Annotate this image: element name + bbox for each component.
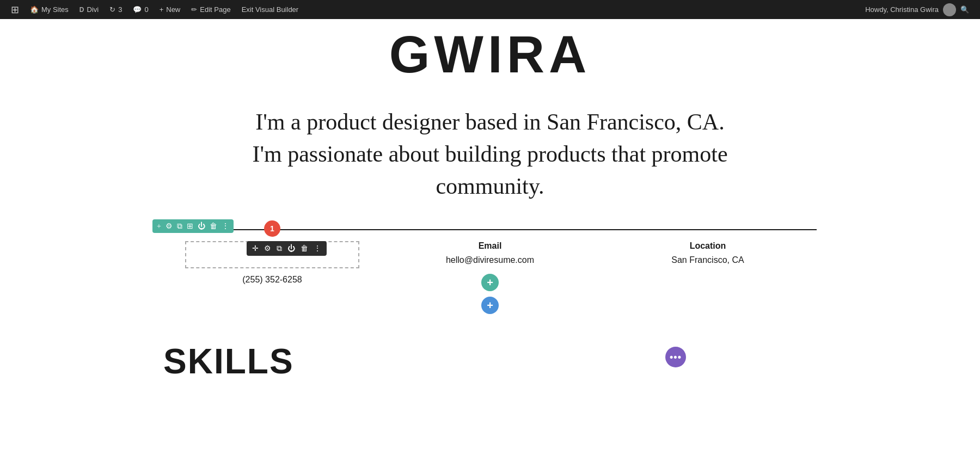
my-sites-item[interactable]: 🏠 My Sites [24,0,74,19]
section-settings-icon[interactable]: ⚙ [166,222,173,231]
site-logo: GWIRA [389,24,591,84]
admin-bar: ⊞ 🏠 My Sites D Divi ↻ 3 💬 0 + New ✏ Edit… [0,0,980,19]
add-module-teal-button[interactable]: + [481,274,499,291]
location-label: Location [690,241,726,251]
wp-logo-item[interactable]: ⊞ [5,0,24,19]
section-duplicate-icon[interactable]: ⧉ [177,222,182,231]
phone-column: 1 ✛ ⚙ ⧉ ⏻ 🗑 ⋮ (255) 352-6258 [163,229,381,285]
avatar [943,3,956,16]
section-columns-icon[interactable]: ⊞ [187,222,193,231]
section-delete-icon[interactable]: 🗑 [210,222,217,231]
email-divider [381,229,599,230]
module-duplicate-icon[interactable]: ⧉ [277,244,282,253]
howdy-text: Howdy, Christina Gwira [865,5,939,14]
exit-visual-builder-label: Exit Visual Builder [242,5,299,14]
module-more-icon[interactable]: ⋮ [314,244,321,253]
exit-visual-builder-item[interactable]: Exit Visual Builder [236,0,304,19]
phone-value: (255) 352-6258 [242,275,302,285]
skills-section: SKILLS ••• [109,325,871,382]
my-sites-label: My Sites [41,5,69,14]
comments-item[interactable]: 💬 0 [127,0,154,19]
comments-count: 0 [144,5,148,14]
search-icon[interactable]: 🔍 [960,5,969,14]
sync-item[interactable]: ↻ 3 [104,0,127,19]
section-toolbar: + ⚙ ⧉ ⊞ ⏻ 🗑 ⋮ [152,219,234,233]
divi-item[interactable]: D Divi [74,0,104,19]
logo-section: GWIRA [0,19,980,95]
section-add-icon[interactable]: + [157,222,161,231]
location-column: Location San Francisco, CA [599,229,817,265]
sync-count: 3 [118,5,122,14]
sync-icon: ↻ [109,5,115,14]
admin-bar-right: Howdy, Christina Gwira 🔍 [865,3,975,16]
column-badge: 1 [264,220,280,237]
section-more-icon[interactable]: ⋮ [222,222,229,231]
edit-page-item[interactable]: ✏ Edit Page [186,0,236,19]
module-settings-icon[interactable]: ⚙ [264,244,271,253]
location-divider [599,229,817,230]
pencil-icon: ✏ [191,5,197,14]
email-label: Email [479,241,502,251]
email-value: hello@diviresume.com [446,255,534,265]
new-item[interactable]: + New [154,0,186,19]
edit-page-label: Edit Page [200,5,230,14]
hero-text: I'm a product designer based in San Fran… [245,106,735,202]
phone-column-inner: 1 ✛ ⚙ ⧉ ⏻ 🗑 ⋮ (255) 352-6258 [163,229,381,285]
location-value: San Francisco, CA [671,255,744,265]
add-module-blue-button[interactable]: + [481,297,499,314]
module-toolbar: ✛ ⚙ ⧉ ⏻ 🗑 ⋮ [247,241,327,256]
wp-icon: ⊞ [11,4,19,16]
page-content: GWIRA I'm a product designer based in Sa… [0,19,980,403]
skills-title: SKILLS [163,341,817,382]
section-toggle-icon[interactable]: ⏻ [198,222,205,231]
new-label: New [166,5,180,14]
ellipsis-icon: ••• [670,352,682,362]
contact-section: + ⚙ ⧉ ⊞ ⏻ 🗑 ⋮ 1 ✛ ⚙ [109,229,871,314]
comment-icon: 💬 [133,5,142,14]
module-move-icon[interactable]: ✛ [252,244,259,253]
divi-label: Divi [87,5,99,14]
module-toggle-icon[interactable]: ⏻ [287,244,295,253]
email-column: Email hello@diviresume.com + + [381,229,599,314]
house-icon: 🏠 [30,5,39,14]
divi-icon: D [79,6,84,14]
module-delete-icon[interactable]: 🗑 [301,244,308,253]
plus-icon: + [160,5,164,14]
